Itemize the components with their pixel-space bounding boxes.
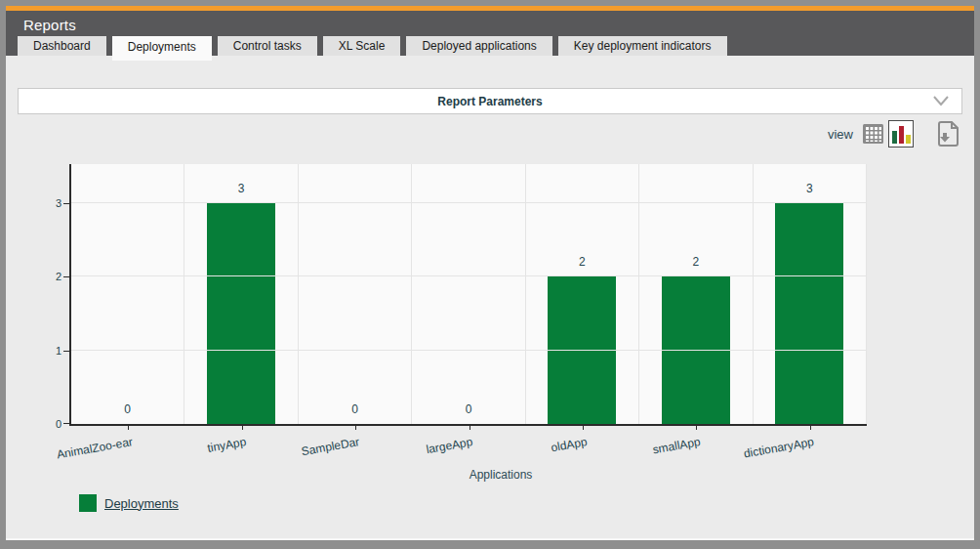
legend-swatch [79, 494, 97, 512]
bar-tinyApp[interactable] [207, 203, 275, 424]
gridline [71, 202, 867, 203]
value-label: 0 [299, 402, 411, 416]
x-tick-mark [696, 426, 697, 430]
bar-chart: Number of Deployments 0300223 Applicatio… [6, 164, 974, 540]
y-tick-mark [63, 423, 69, 424]
x-axis-label-SampleDar: SampleDar [301, 435, 361, 458]
tab-dashboard[interactable]: Dashboard [18, 36, 106, 56]
value-label: 3 [184, 182, 297, 195]
bar-dictionaryApp[interactable] [775, 203, 843, 424]
x-axis-label-largeApp: largeApp [426, 435, 474, 456]
chart-legend: Deployments [79, 494, 179, 512]
x-tick-mark [470, 426, 470, 430]
x-tick-mark [355, 426, 356, 430]
x-tick-mark [242, 426, 243, 430]
tab-control-tasks[interactable]: Control tasks [218, 36, 317, 56]
export-download-icon[interactable] [935, 120, 960, 148]
legend-label[interactable]: Deployments [104, 496, 179, 511]
x-tick-mark [583, 426, 584, 430]
table-view-icon[interactable] [863, 124, 883, 144]
value-label: 0 [412, 402, 524, 416]
x-axis-label-tinyApp: tinyApp [206, 435, 247, 455]
x-axis-title: Applications [94, 468, 908, 482]
x-axis-label-smallApp: smallApp [652, 435, 702, 456]
bar-chart-view-icon-yellow-bar [906, 135, 911, 144]
x-axis-label-AnimalZoo-ear: AnimalZoo-ear [55, 435, 133, 461]
plot-area: 0300223 [69, 164, 867, 426]
x-tick-mark [810, 426, 811, 430]
y-tick-mark [63, 276, 69, 277]
y-axis-label-2: 2 [44, 270, 61, 283]
x-axis-label-dictionaryApp: dictionaryApp [743, 435, 815, 460]
report-parameters-panel[interactable]: Report Parameters [18, 88, 962, 114]
value-label: 0 [71, 402, 184, 416]
window-frame: Reports Dashboard Deployments Control ta… [0, 0, 980, 549]
bar-chart-view-icon-green-bar [892, 131, 897, 144]
app-window: Reports Dashboard Deployments Control ta… [6, 6, 974, 540]
y-axis-label-3: 3 [44, 196, 61, 210]
gridline [71, 275, 867, 276]
tab-deployments[interactable]: Deployments [112, 36, 212, 61]
y-tick-mark [63, 203, 69, 204]
y-axis-label-1: 1 [44, 344, 61, 358]
tab-deployed-applications[interactable]: Deployed applications [406, 36, 551, 56]
tab-key-deployment-indicators[interactable]: Key deployment indicators [558, 36, 727, 56]
bar-chart-view-icon[interactable] [888, 120, 914, 148]
value-label: 2 [639, 255, 752, 269]
gridline [71, 350, 867, 351]
value-label: 2 [526, 255, 638, 269]
view-label: view [828, 127, 853, 142]
bar-chart-view-icon-red-bar [899, 126, 904, 144]
chevron-down-icon[interactable] [932, 95, 950, 106]
content-area: Report Parameters view [6, 56, 974, 538]
value-label: 3 [754, 182, 866, 195]
tab-bar: Dashboard Deployments Control tasks XL S… [18, 36, 727, 56]
view-controls: view [828, 116, 960, 151]
y-axis-label-0: 0 [44, 417, 61, 431]
x-axis-label-oldApp: oldApp [550, 435, 588, 454]
x-tick-mark [128, 426, 129, 430]
header: Reports Dashboard Deployments Control ta… [6, 11, 974, 56]
y-tick-mark [63, 351, 69, 352]
tab-xl-scale[interactable]: XL Scale [323, 36, 401, 56]
report-parameters-title: Report Parameters [437, 95, 542, 108]
page-title: Reports [6, 11, 974, 33]
